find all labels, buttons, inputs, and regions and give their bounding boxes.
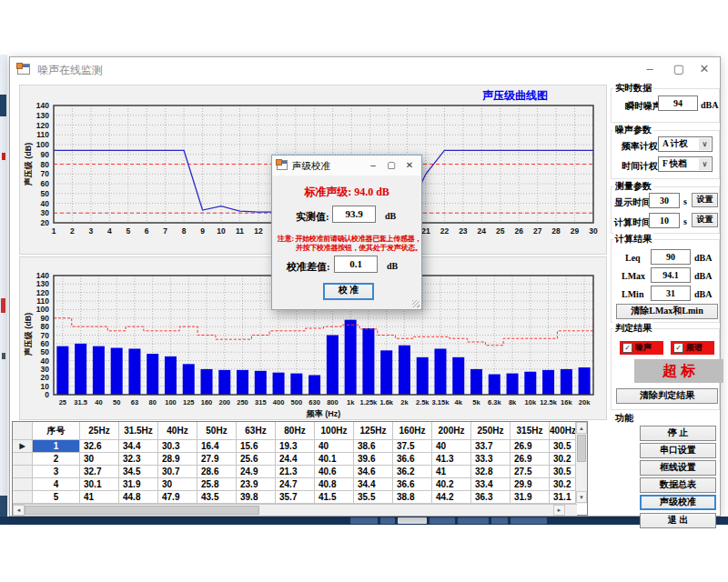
table-cell[interactable]: 41.5 [315,491,354,504]
scroll-down-icon[interactable]: ▼ [576,491,587,503]
scrollbar-thumb[interactable] [25,506,259,515]
table-cell[interactable]: 39.8 [237,491,276,504]
table-cell[interactable]: 15.6 [237,440,276,453]
maximize-icon[interactable]: ▢ [667,60,691,78]
table-cell[interactable]: 23.9 [237,478,276,491]
table-cell[interactable]: 24.7 [276,478,315,491]
table-cell[interactable]: 39.6 [354,453,393,466]
table-cell[interactable]: 47.9 [158,491,197,504]
table-cell[interactable]: 28.9 [158,453,197,466]
display-time-value[interactable]: 30 [649,193,680,208]
table-cell[interactable]: 25.6 [237,453,276,466]
dialog-titlebar[interactable]: 声级校准 – ▢ ✕ [272,156,421,176]
table-cell[interactable]: 21.3 [276,466,315,478]
measured-value-input[interactable]: 93.9 [332,206,376,223]
table-vertical-scrollbar[interactable]: ▲▼ [575,422,587,504]
table-cell[interactable]: 36.2 [393,466,432,478]
calibrate-button[interactable]: 校 准 [323,283,374,300]
function-button-2[interactable]: 串口设置 [640,443,716,458]
table-cell[interactable]: 43.5 [197,491,237,504]
function-button-1[interactable]: 停 止 [640,426,716,441]
table-cell[interactable]: 32.6 [80,440,119,453]
table-cell[interactable]: 31.9 [511,491,550,504]
table-cell[interactable]: 40 [315,440,354,453]
table-cell[interactable]: 27.5 [511,466,550,478]
chevron-down-icon[interactable]: ∨ [699,158,711,170]
table-cell[interactable]: 25.8 [197,478,237,491]
table-cell[interactable]: 2 [33,453,80,466]
table-cell[interactable]: 30 [80,453,119,466]
row-header[interactable] [13,491,33,504]
function-button-4[interactable]: 数据总表 [640,477,716,493]
minimize-icon[interactable]: – [638,60,662,78]
table-cell[interactable]: 5 [33,491,80,504]
table-cell[interactable]: 24.9 [237,466,276,478]
diff-value-input[interactable]: 0.1 [334,256,378,273]
table-cell[interactable]: 44.8 [119,491,158,504]
table-cell[interactable]: 30.2 [550,478,577,491]
scroll-right-icon[interactable]: ► [553,505,565,516]
noise-checkbox[interactable]: ✓ 噪声 [620,341,663,355]
time-weighting-select[interactable]: F 快档 ∨ [658,156,713,172]
set-calc-time-button[interactable]: 设置 [692,213,718,227]
close-icon[interactable]: ✕ [693,60,716,78]
table-cell[interactable]: 40.6 [315,466,354,478]
resize-grip[interactable] [412,300,420,307]
lmin-value[interactable]: 31 [651,286,691,301]
chevron-down-icon[interactable]: ∨ [699,138,711,150]
table-horizontal-scrollbar[interactable]: ◄► [13,504,577,516]
row-header[interactable] [13,478,33,491]
table-cell[interactable]: 19.3 [276,440,315,453]
table-cell[interactable]: 40.2 [432,478,471,491]
table-cell[interactable]: 40 [432,440,471,453]
scroll-left-icon[interactable]: ◄ [13,505,25,516]
table-cell[interactable]: 41 [432,466,471,478]
scroll-up-icon[interactable]: ▲ [576,422,587,434]
table-cell[interactable]: 32.3 [119,453,158,466]
scrollbar-thumb[interactable] [577,435,586,462]
table-cell[interactable]: 4 [33,478,80,491]
table-cell[interactable]: 35.7 [276,491,315,504]
leq-value[interactable]: 90 [651,249,691,265]
table-cell[interactable]: 36.6 [393,453,432,466]
table-cell[interactable]: 41 [80,491,119,504]
table-cell[interactable]: 40.1 [315,453,354,466]
table-cell[interactable]: 30.5 [550,440,577,453]
main-titlebar[interactable]: 噪声在线监测 – ▢ ✕ [10,57,720,81]
lmax-value[interactable]: 94.1 [651,267,691,283]
table-cell[interactable]: 34.4 [119,440,158,453]
instant-noise-value[interactable]: 94 [658,95,698,111]
table-cell[interactable]: 1 [33,440,80,453]
table-cell[interactable]: 30.5 [550,466,577,478]
table-cell[interactable]: 29.9 [511,478,550,491]
row-header[interactable] [13,466,33,478]
function-button-5[interactable]: 声级校准 [640,495,716,510]
table-cell[interactable]: 30.1 [80,478,119,491]
table-cell[interactable]: 38.6 [354,440,393,453]
spectrum-checkbox[interactable]: ✓ 频谱 [671,341,714,355]
table-cell[interactable]: 26.9 [511,440,550,453]
table-cell[interactable]: 30.3 [158,440,197,453]
table-cell[interactable]: 33.7 [471,440,511,453]
table-cell[interactable]: 27.9 [197,453,237,466]
table-cell[interactable]: 30.2 [550,453,577,466]
table-cell[interactable]: 44.2 [432,491,471,504]
table-cell[interactable]: 40.8 [315,478,354,491]
table-cell[interactable]: 30.7 [158,466,197,478]
function-button-3[interactable]: 框线设置 [640,460,716,476]
table-cell[interactable]: 37.5 [393,440,432,453]
table-cell[interactable]: 28.6 [197,466,237,478]
table-cell[interactable]: 24.4 [276,453,315,466]
freq-weighting-select[interactable]: A 计权 ∨ [658,136,713,152]
table-cell[interactable]: 31.9 [119,478,158,491]
table-cell[interactable]: 41.3 [432,453,471,466]
set-display-time-button[interactable]: 设置 [692,193,718,207]
table-cell[interactable]: 31.1 [550,491,577,504]
table-cell[interactable]: 35.5 [354,491,393,504]
table-cell[interactable]: 3 [33,466,80,478]
row-header[interactable] [13,453,33,466]
current-row-marker[interactable]: ▶ [13,440,33,453]
calc-time-value[interactable]: 10 [649,213,680,228]
table-cell[interactable]: 32.7 [80,466,119,478]
table-cell[interactable]: 34.5 [119,466,158,478]
